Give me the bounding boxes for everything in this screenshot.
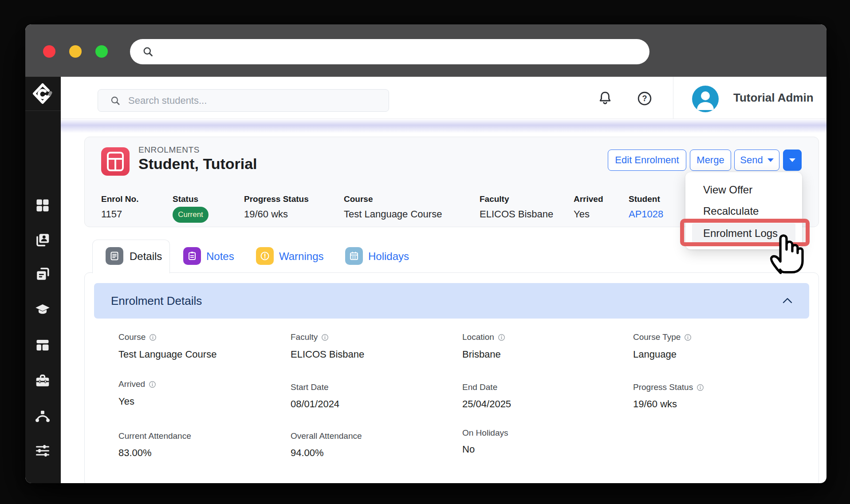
summary-value: ELICOS Bisbane (480, 209, 553, 220)
documents-icon (35, 266, 51, 282)
field-label-text: Faculty (291, 332, 318, 342)
search-icon (110, 95, 121, 106)
search-placeholder: Search students... (128, 95, 207, 106)
document-icon (109, 251, 120, 261)
summary-label: Faculty (480, 194, 509, 204)
sliders-icon (35, 443, 51, 459)
header-glow-divider (61, 119, 826, 133)
field-label-text: Arrived (118, 379, 145, 389)
field-value: 83.00% (118, 447, 152, 459)
more-actions-dropdown-button[interactable] (783, 150, 802, 171)
clipboard-icon (187, 251, 197, 261)
info-icon[interactable] (697, 384, 704, 391)
field-label: Course (118, 332, 157, 342)
search-icon (142, 46, 154, 58)
sidebar-item-enrolments[interactable] (35, 337, 51, 353)
help-icon[interactable]: ? (637, 91, 653, 106)
field-label: Arrived (118, 379, 156, 389)
student-card-icon (35, 232, 51, 248)
tab-holidays-icon[interactable] (345, 247, 363, 265)
close-window-button[interactable] (43, 45, 55, 58)
tab-holidays-label[interactable]: Holidays (368, 240, 409, 273)
field-label: Current Attendance (118, 431, 191, 441)
sidebar-item-courses[interactable] (35, 302, 51, 318)
hand-cursor-icon (765, 229, 808, 277)
field-value: Brisbane (462, 349, 501, 360)
summary-label: Course (344, 194, 373, 204)
field-value: Yes (118, 396, 134, 407)
field-label-text: Overall Attendance (291, 431, 362, 441)
tab-details-icon[interactable] (106, 247, 123, 265)
field-value: 94.00% (291, 447, 324, 459)
maximize-window-button[interactable] (95, 45, 108, 58)
summary-value: 1157 (101, 209, 122, 220)
app-logo-icon (31, 83, 54, 105)
field-value: Test Language Course (118, 349, 216, 360)
person-icon (692, 86, 719, 112)
merge-label: Merge (697, 154, 724, 166)
sidebar-item-dashboard[interactable] (35, 197, 51, 213)
student-id-link[interactable]: AP1028 (629, 209, 663, 220)
summary-label: Student (629, 194, 660, 204)
module-eyebrow: ENROLMENTS (138, 145, 200, 155)
tab-details-label[interactable]: Details (130, 240, 162, 273)
layout-table-icon (35, 337, 51, 353)
menu-item-recalculate[interactable]: Recalculate (692, 201, 795, 221)
field-label-text: On Holidays (462, 428, 508, 438)
summary-label: Arrived (574, 194, 603, 204)
user-name[interactable]: Tutorial Admin (733, 77, 814, 119)
info-icon[interactable] (498, 334, 505, 341)
field-label: Overall Attendance (291, 431, 362, 441)
chevron-down-icon (789, 158, 795, 162)
page-title: Student, Tutorial (138, 155, 257, 173)
briefcase-icon (35, 373, 51, 389)
field-label: Course Type (633, 332, 692, 342)
field-label: Location (462, 332, 505, 342)
graduation-cap-icon (35, 302, 51, 318)
field-label: On Holidays (462, 428, 508, 438)
table-icon (106, 151, 124, 172)
calendar-icon (349, 251, 359, 261)
enrolments-module-icon (101, 147, 130, 176)
sidebar-item-workflows[interactable] (35, 408, 51, 424)
sidebar-item-documents[interactable] (35, 266, 51, 282)
sidebar-item-students[interactable] (35, 232, 51, 248)
field-label-text: Location (462, 332, 494, 342)
student-search-input[interactable]: Search students... (98, 89, 389, 112)
svg-text:?: ? (642, 94, 647, 103)
tab-warnings-icon[interactable] (256, 247, 274, 265)
tab-notes-label[interactable]: Notes (206, 240, 234, 273)
field-value: 25/04/2025 (462, 398, 511, 410)
chevron-down-icon (767, 158, 774, 162)
user-avatar[interactable] (692, 86, 719, 112)
browser-address-bar[interactable] (130, 39, 649, 64)
field-label-text: Course (118, 332, 146, 342)
field-label-text: End Date (462, 382, 497, 392)
chevron-up-icon[interactable] (782, 295, 793, 306)
merge-button[interactable]: Merge (690, 150, 731, 171)
info-icon[interactable] (149, 334, 157, 341)
field-label-text: Current Attendance (118, 431, 191, 441)
app-logo[interactable] (25, 77, 61, 111)
minimize-window-button[interactable] (69, 45, 82, 58)
info-icon[interactable] (149, 381, 156, 388)
summary-value: 19/60 wks (244, 209, 288, 220)
browser-titlebar (25, 24, 826, 77)
field-label-text: Course Type (633, 332, 681, 342)
field-value: 08/01/2024 (291, 398, 339, 410)
tab-notes-icon[interactable] (183, 247, 201, 265)
send-button[interactable]: Send (734, 150, 779, 171)
tab-warnings-label[interactable]: Warnings (279, 240, 323, 273)
sidebar-item-settings[interactable] (35, 443, 51, 459)
summary-value: Yes (574, 209, 590, 220)
field-value: No (462, 444, 475, 455)
sidebar-item-toolbox[interactable] (35, 373, 51, 389)
menu-item-view-offer[interactable]: View Offer (692, 180, 795, 200)
enrolment-details-section-header[interactable]: Enrolment Details (94, 283, 809, 319)
summary-label: Progress Status (244, 194, 309, 204)
section-title: Enrolment Details (111, 283, 202, 319)
info-icon[interactable] (321, 334, 329, 341)
info-icon[interactable] (684, 334, 692, 341)
notifications-bell-icon[interactable] (597, 90, 613, 107)
edit-enrolment-button[interactable]: Edit Enrolment (608, 150, 686, 171)
